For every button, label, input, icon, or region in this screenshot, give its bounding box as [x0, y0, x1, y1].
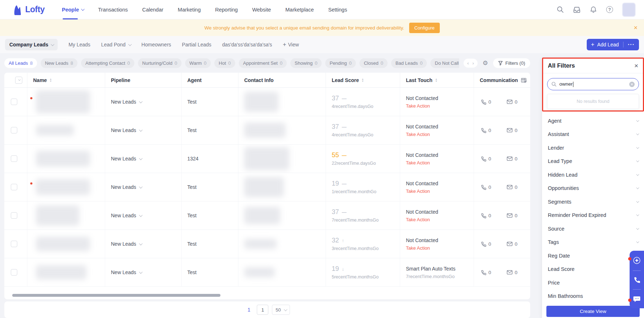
nav-item-transactions[interactable]: Transactions — [98, 0, 128, 19]
name-cell[interactable] — [27, 116, 105, 144]
filter-category-assistant[interactable]: Assistant — [548, 128, 638, 141]
close-icon[interactable]: × — [634, 62, 638, 69]
pipeline-select[interactable]: New Leads — [111, 156, 181, 162]
page-size-select[interactable]: 50 — [272, 305, 290, 315]
bell-icon[interactable] — [590, 6, 597, 13]
name-cell[interactable] — [27, 88, 105, 116]
filters-button[interactable]: Filters (0) — [493, 58, 530, 68]
add-view-button[interactable]: +View — [283, 42, 299, 47]
nav-item-website[interactable]: Website — [252, 0, 271, 19]
filter-search-input[interactable]: owner ✕ — [547, 78, 639, 90]
inbox-icon[interactable] — [573, 6, 581, 13]
column-header-last-touch[interactable]: Last Touch▲▼ — [400, 73, 474, 87]
chip-new-leads[interactable]: New Leads8 — [41, 58, 77, 68]
name-cell[interactable] — [27, 173, 105, 201]
chip-bad-leads[interactable]: Bad Leads0 — [391, 58, 427, 68]
column-header-agent[interactable]: Agent — [182, 73, 238, 87]
chip-pending[interactable]: Pending0 — [325, 58, 356, 68]
emails-count[interactable]: 0 — [507, 128, 529, 133]
column-header-contact-info[interactable]: Contact Info — [238, 73, 326, 87]
chip-appointment-set[interactable]: Appointment Set0 — [239, 58, 287, 68]
clear-search-icon[interactable]: ✕ — [629, 82, 635, 87]
column-header-name[interactable]: Name▲▼ — [27, 73, 105, 87]
tab-lead-pond[interactable]: Lead Pond — [101, 42, 131, 47]
emails-count[interactable]: 0 — [507, 213, 529, 218]
select-all-checkbox[interactable] — [15, 77, 22, 84]
chip-showing[interactable]: Showing0 — [290, 58, 322, 68]
horizontal-scrollbar[interactable] — [12, 294, 220, 297]
take-action-link[interactable]: Take Action — [406, 188, 474, 194]
chip-do-not-call[interactable]: Do Not Call0 — [430, 58, 459, 68]
banner-close-icon[interactable]: × — [634, 24, 638, 32]
pipeline-select[interactable]: New Leads — [111, 99, 181, 105]
nav-item-people[interactable]: People — [62, 0, 84, 19]
calls-count[interactable]: 0 — [481, 99, 503, 105]
chip-warm[interactable]: Warm0 — [185, 58, 211, 68]
gear-icon[interactable]: ⚙ — [483, 59, 488, 67]
emails-count[interactable]: 0 — [507, 156, 529, 162]
help-icon[interactable]: ? — [606, 6, 613, 13]
calls-count[interactable]: 0 — [481, 213, 503, 218]
sort-icon[interactable]: ▲▼ — [435, 78, 438, 82]
pipeline-select[interactable]: New Leads — [111, 269, 181, 275]
nav-item-marketing[interactable]: Marketing — [178, 0, 201, 19]
column-header-communication[interactable]: Communication — [474, 73, 530, 87]
row-checkbox[interactable] — [11, 241, 17, 247]
sort-icon[interactable]: ▲▼ — [49, 78, 52, 82]
create-view-button[interactable]: Create View — [546, 306, 640, 317]
filter-category-lead-type[interactable]: Lead Type — [548, 155, 638, 168]
chip-closed[interactable]: Closed0 — [359, 58, 388, 68]
filter-category-agent[interactable]: Agent — [548, 114, 638, 128]
calls-count[interactable]: 0 — [481, 156, 503, 162]
filter-category-reminder-period-expired[interactable]: Reminder Period Expired — [548, 209, 638, 222]
take-action-link[interactable]: Take Action — [406, 217, 474, 222]
column-header-lead-score[interactable]: Lead Score▲▼ — [326, 73, 400, 87]
take-action-link[interactable]: Take Action — [406, 103, 474, 109]
row-checkbox[interactable] — [11, 99, 17, 105]
calls-count[interactable]: 0 — [481, 241, 503, 247]
page-jump-input[interactable] — [257, 305, 268, 315]
chip-all-leads[interactable]: All Leads8 — [4, 58, 37, 68]
nav-item-marketplace[interactable]: Marketplace — [285, 0, 314, 19]
pipeline-select[interactable]: New Leads — [111, 213, 181, 218]
discover-icon[interactable] — [633, 256, 641, 264]
search-icon[interactable] — [557, 6, 564, 13]
calls-count[interactable]: 0 — [481, 185, 503, 190]
chip-nurturing-cold[interactable]: Nurturing/Cold0 — [138, 58, 182, 68]
filter-category-min-bathrooms[interactable]: Min Bathrooms — [548, 290, 638, 303]
lofty-logo[interactable]: Lofty — [13, 4, 45, 15]
tab-partial-leads[interactable]: Partial Leads — [182, 42, 211, 47]
take-action-link[interactable]: Take Action — [406, 245, 474, 251]
filter-category-opportunities[interactable]: Opportunities — [548, 182, 638, 195]
take-action-link[interactable]: Take Action — [406, 160, 474, 165]
customize-columns-icon[interactable] — [519, 77, 527, 83]
filter-category-source[interactable]: Source — [548, 222, 638, 236]
chip-attempting-contact[interactable]: Attempting Contact0 — [81, 58, 134, 68]
page-number-button[interactable]: 1 — [245, 307, 253, 313]
name-cell[interactable] — [27, 201, 105, 230]
name-cell[interactable] — [27, 230, 105, 258]
nav-item-calendar[interactable]: Calendar — [142, 0, 164, 19]
tab-custom[interactable]: das'da'ss'da'sa'da'sa's — [222, 42, 272, 47]
filter-category-segments[interactable]: Segments — [548, 195, 638, 209]
filter-category-price[interactable]: Price — [548, 276, 638, 290]
filter-category-tags[interactable]: Tags — [548, 236, 638, 249]
pipeline-select[interactable]: New Leads — [111, 127, 181, 133]
emails-count[interactable]: 0 — [507, 99, 529, 105]
filter-category-lender[interactable]: Lender — [548, 141, 638, 155]
nav-item-reporting[interactable]: Reporting — [215, 0, 238, 19]
phone-icon[interactable] — [634, 277, 640, 283]
configure-button[interactable]: Configure — [409, 23, 439, 33]
pipeline-select[interactable]: New Leads — [111, 184, 181, 190]
chevron-left-icon[interactable]: ‹ — [467, 60, 469, 66]
tab-company-leads[interactable]: Company Leads — [5, 39, 58, 50]
chip-hot[interactable]: Hot0 — [214, 58, 235, 68]
emails-count[interactable]: 0 — [507, 241, 529, 247]
avatar[interactable] — [622, 3, 635, 17]
nav-item-settings[interactable]: Settings — [328, 0, 347, 19]
row-checkbox[interactable] — [11, 127, 17, 133]
row-checkbox[interactable] — [11, 155, 17, 162]
emails-count[interactable]: 0 — [507, 270, 529, 275]
chevron-right-icon[interactable]: › — [473, 60, 474, 66]
pipeline-select[interactable]: New Leads — [111, 241, 181, 247]
